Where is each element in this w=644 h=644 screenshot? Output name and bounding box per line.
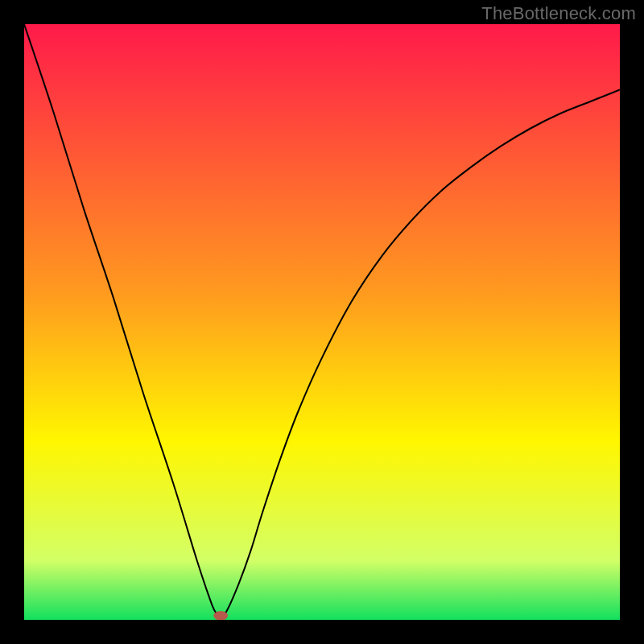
bottleneck-chart (24, 24, 620, 620)
chart-background (24, 24, 620, 620)
chart-frame: TheBottleneck.com (0, 0, 644, 644)
watermark-label: TheBottleneck.com (481, 3, 636, 24)
chart-svg (24, 24, 620, 620)
